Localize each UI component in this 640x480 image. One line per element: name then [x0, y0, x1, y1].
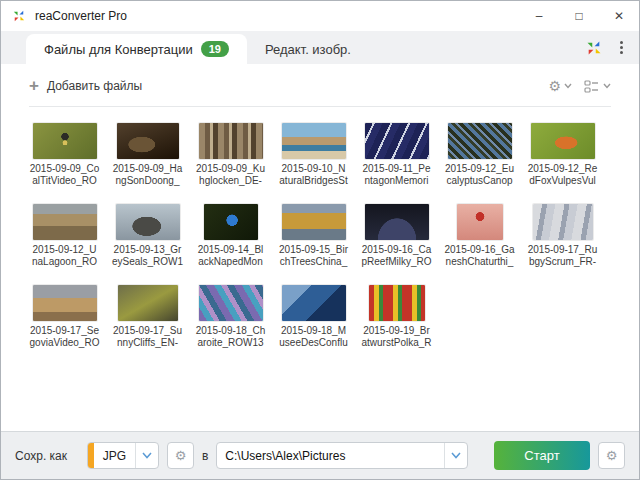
start-button[interactable]: Старт [494, 441, 590, 470]
file-name: 2015-09-12_EucalyptusCanop [445, 163, 514, 187]
file-name: 2015-09-12_UnaLagoon_RO [32, 244, 97, 268]
file-tile[interactable]: 2015-09-10_NaturalBridgesSt [272, 123, 355, 187]
file-tile[interactable]: 2015-09-18_Charoite_ROW13 [189, 285, 272, 349]
in-label: в [202, 449, 208, 463]
file-tile[interactable]: 2015-09-12_EucalyptusCanop [438, 123, 521, 187]
file-thumbnail [282, 123, 346, 159]
view-mode-dropdown[interactable] [584, 80, 611, 93]
file-thumbnail [457, 204, 503, 240]
file-tile[interactable]: 2015-09-16_CapReefMilky_RO [355, 204, 438, 268]
gear-icon: ⚙ [606, 448, 618, 463]
file-thumbnail [365, 123, 429, 159]
file-name: 2015-09-09_HangSonDoong_ [113, 163, 183, 187]
toolbar: + Добавить файлы ⚙ [1, 64, 639, 104]
file-thumbnail [33, 204, 97, 240]
tab-files-label: Файлы для Конвертации [44, 42, 193, 57]
file-thumbnail [117, 123, 179, 159]
global-settings-button[interactable]: ⚙ [598, 442, 625, 469]
file-grid: 2015-09-09_CoalTitVideo_RO2015-09-09_Han… [1, 107, 639, 366]
file-tile[interactable]: 2015-09-17_RubgyScrum_FR- [521, 204, 604, 268]
gear-icon: ⚙ [175, 448, 187, 463]
file-tile[interactable]: 2015-09-17_SunnyCliffs_EN- [106, 285, 189, 349]
file-tile[interactable]: 2015-09-12_RedFoxVulpesVul [521, 123, 604, 187]
tab-files-for-conversion[interactable]: Файлы для Конвертации 19 [26, 34, 247, 64]
file-thumbnail [199, 123, 263, 159]
file-thumbnail [369, 285, 425, 321]
file-name: 2015-09-17_RubgyScrum_FR- [528, 244, 598, 268]
tab-edit-images[interactable]: Редакт. изобр. [247, 34, 369, 64]
file-tile[interactable]: 2015-09-09_CoalTitVideo_RO [23, 123, 106, 187]
add-files-label: Добавить файлы [47, 79, 142, 93]
file-tile[interactable]: 2015-09-18_MuseeDesConflu [272, 285, 355, 349]
file-name: 2015-09-16_CapReefMilky_RO [361, 244, 431, 268]
app-window: reaConverter Pro – □ ✕ Файлы для Конверт… [0, 0, 640, 480]
file-name: 2015-09-14_BlackNapedMon [198, 244, 264, 268]
path-chevron-down-icon[interactable] [445, 452, 467, 459]
file-name: 2015-09-12_RedFoxVulpesVul [528, 163, 598, 187]
file-thumbnail [282, 204, 346, 240]
format-dropdown[interactable]: JPG [87, 442, 159, 469]
file-name: 2015-09-18_MuseeDesConflu [279, 325, 347, 349]
file-tile[interactable]: 2015-09-16_GaneshChaturthi_ [438, 204, 521, 268]
file-name: 2015-09-18_Charoite_ROW13 [196, 325, 266, 349]
file-tile[interactable]: 2015-09-14_BlackNapedMon [189, 204, 272, 268]
file-tile[interactable]: 2015-09-09_Kuhglocken_DE- [189, 123, 272, 187]
file-thumbnail [116, 204, 180, 240]
file-name: 2015-09-13_GreySeals_ROW1 [112, 244, 183, 268]
format-chevron-down-icon[interactable] [136, 452, 158, 459]
format-value: JPG [94, 449, 135, 463]
file-name: 2015-09-10_NaturalBridgesSt [279, 163, 347, 187]
destination-path-input[interactable] [217, 443, 444, 468]
save-as-label: Сохр. как [15, 449, 67, 463]
file-tile[interactable]: 2015-09-17_SegoviaVideo_RO [23, 285, 106, 349]
grid-settings-dropdown[interactable]: ⚙ [548, 78, 572, 94]
file-thumbnail [199, 285, 263, 321]
gear-icon: ⚙ [548, 78, 561, 94]
title-bar: reaConverter Pro – □ ✕ [1, 1, 639, 31]
file-thumbnail [118, 285, 178, 321]
close-button[interactable]: ✕ [599, 1, 639, 31]
file-thumbnail [531, 123, 595, 159]
file-tile[interactable]: 2015-09-13_GreySeals_ROW1 [106, 204, 189, 268]
file-tile[interactable]: 2015-09-09_HangSonDoong_ [106, 123, 189, 187]
file-thumbnail [33, 285, 97, 321]
list-view-icon [584, 80, 600, 93]
file-name: 2015-09-11_PentagonMemori [362, 163, 430, 187]
file-name: 2015-09-17_SegoviaVideo_RO [30, 325, 100, 349]
footer-bar: Сохр. как JPG ⚙ в Старт ⚙ [1, 431, 639, 479]
brand-pinwheel-icon [584, 38, 604, 58]
main-content: + Добавить файлы ⚙ [1, 64, 639, 431]
plus-icon: + [29, 79, 39, 93]
file-name: 2015-09-15_BirchTreesChina_ [279, 244, 348, 268]
add-files-button[interactable]: + Добавить файлы [29, 79, 142, 93]
tab-bar: Файлы для Конвертации 19 Редакт. изобр. [1, 31, 639, 64]
file-thumbnail [448, 123, 512, 159]
file-thumbnail [33, 123, 97, 159]
file-count-badge: 19 [201, 41, 229, 57]
app-logo-icon [11, 8, 27, 24]
format-settings-button[interactable]: ⚙ [167, 442, 194, 469]
chevron-down-icon [603, 83, 611, 89]
file-tile[interactable]: 2015-09-11_PentagonMemori [355, 123, 438, 187]
tab-edit-label: Редакт. изобр. [265, 42, 351, 57]
file-tile[interactable]: 2015-09-12_UnaLagoon_RO [23, 204, 106, 268]
file-name: 2015-09-09_Kuhglocken_DE- [196, 163, 265, 187]
file-name: 2015-09-19_BratwurstPolka_R [361, 325, 431, 349]
file-thumbnail [282, 285, 346, 321]
file-thumbnail [533, 204, 593, 240]
file-name: 2015-09-09_CoalTitVideo_RO [30, 163, 100, 187]
file-thumbnail [365, 204, 429, 240]
file-name: 2015-09-17_SunnyCliffs_EN- [113, 325, 182, 349]
file-tile[interactable]: 2015-09-15_BirchTreesChina_ [272, 204, 355, 268]
file-thumbnail [204, 204, 258, 240]
file-tile[interactable]: 2015-09-19_BratwurstPolka_R [355, 285, 438, 349]
menu-kebab-icon[interactable] [614, 37, 629, 58]
maximize-button[interactable]: □ [559, 1, 599, 31]
window-title: reaConverter Pro [35, 9, 127, 23]
chevron-down-icon [564, 83, 572, 89]
minimize-button[interactable]: – [519, 1, 559, 31]
file-name: 2015-09-16_GaneshChaturthi_ [444, 244, 514, 268]
destination-path-combo [216, 442, 468, 469]
